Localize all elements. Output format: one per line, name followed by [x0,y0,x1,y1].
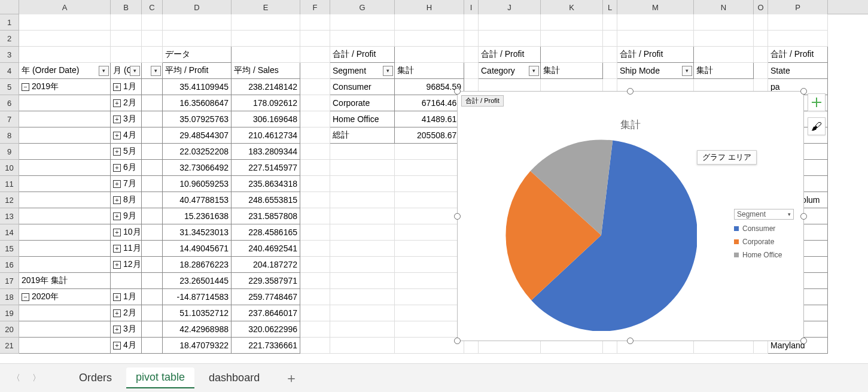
cell[interactable]: +11月 [111,241,142,257]
cell[interactable] [300,95,330,111]
chart-styles-button[interactable]: 🖌 [808,117,826,135]
cell[interactable] [541,47,603,63]
col-header[interactable]: O [754,0,768,14]
cell[interactable] [19,176,111,192]
cell[interactable]: Corporate [330,95,395,111]
cell[interactable] [395,289,464,305]
expand-collapse-icon[interactable]: − [22,293,29,301]
cell[interactable] [694,31,754,47]
cell[interactable] [300,321,330,338]
col-header[interactable]: B [111,0,142,14]
cell[interactable]: +6月 [111,160,142,176]
cell[interactable] [300,31,330,47]
cell[interactable] [395,257,464,273]
row-header[interactable]: 13 [0,208,19,224]
cell[interactable]: State [768,63,828,79]
cell[interactable] [142,47,163,63]
cell[interactable] [111,273,142,289]
cell[interactable] [142,241,163,257]
cell[interactable] [330,289,395,305]
row-header[interactable]: 5 [0,79,19,95]
cell[interactable]: Segment [330,63,395,79]
cell[interactable] [300,338,330,354]
expand-collapse-icon[interactable]: + [113,132,121,139]
cell[interactable] [142,14,163,31]
cell[interactable] [232,31,300,47]
legend-field-dropdown[interactable]: Segment▾ [734,209,794,220]
row-header[interactable]: 11 [0,176,19,192]
expand-collapse-icon[interactable]: − [22,83,29,91]
row-header[interactable]: 19 [0,305,19,321]
cell[interactable]: 16.35608647 [163,95,232,111]
cell[interactable]: +1月 [111,289,142,305]
cell[interactable] [300,241,330,257]
dropdown-icon[interactable] [151,66,161,76]
cell[interactable] [330,257,395,273]
prev-sheet-button[interactable]: 〈 [12,373,20,384]
cell[interactable]: 平均 / Sales [232,63,300,79]
expand-collapse-icon[interactable]: + [113,148,121,156]
expand-collapse-icon[interactable]: + [113,116,121,123]
row-header[interactable]: 1 [0,14,19,31]
row-header[interactable]: 15 [0,241,19,257]
cell[interactable] [142,176,163,192]
cell[interactable] [330,208,395,224]
cell[interactable]: 10.96059253 [163,176,232,192]
col-header[interactable]: H [395,0,464,14]
cell[interactable] [395,208,464,224]
cell[interactable] [19,241,111,257]
cell[interactable] [19,31,111,47]
cell[interactable] [163,31,232,47]
cell[interactable] [142,160,163,176]
cell[interactable]: 18.28676223 [163,257,232,273]
cell[interactable] [142,289,163,305]
dropdown-icon[interactable] [682,66,692,76]
cell[interactable] [300,208,330,224]
cell[interactable]: 183.2809344 [232,144,300,160]
cell[interactable]: 235.8634318 [232,176,300,192]
row-header[interactable]: 9 [0,144,19,160]
cell[interactable]: +8月 [111,192,142,208]
cell[interactable] [395,273,464,289]
col-header[interactable]: P [768,0,828,14]
cell[interactable] [111,31,142,47]
cell[interactable] [395,192,464,208]
expand-collapse-icon[interactable]: + [113,293,121,301]
cell[interactable] [300,289,330,305]
col-header[interactable]: G [330,0,395,14]
expand-collapse-icon[interactable]: + [113,309,121,317]
cell[interactable] [300,47,330,63]
cell[interactable] [541,14,603,31]
cell[interactable]: 集計 [694,63,754,79]
cell[interactable]: 51.10352712 [163,305,232,321]
expand-collapse-icon[interactable]: + [113,229,121,236]
cell[interactable]: 14.49045671 [163,241,232,257]
dropdown-icon[interactable] [383,66,393,76]
row-header[interactable]: 10 [0,160,19,176]
cell[interactable] [19,127,111,144]
cell[interactable]: 67164.465 [395,95,464,111]
row-header[interactable]: 21 [0,338,19,354]
cell[interactable] [111,14,142,31]
cell[interactable]: +3月 [111,321,142,338]
cell[interactable]: 237.8646017 [232,305,300,321]
cell[interactable]: 合計 / Profit [617,47,694,63]
cell[interactable] [617,31,694,47]
row-header[interactable]: 17 [0,273,19,289]
cell[interactable] [541,31,603,47]
cell[interactable]: Ship Mode [617,63,694,79]
cell[interactable] [19,160,111,176]
cell[interactable]: 40.47788153 [163,192,232,208]
cell[interactable]: 228.4586165 [232,224,300,241]
sheet-tab-orders[interactable]: Orders [69,368,121,388]
add-sheet-button[interactable]: ＋ [274,369,309,387]
cell[interactable]: +7月 [111,176,142,192]
sheet-tab-dashboard[interactable]: dashboard [199,368,269,388]
row-header[interactable]: 4 [0,63,19,79]
chart-field-badge[interactable]: 合計 / Profit [461,95,504,107]
cell[interactable] [464,63,479,79]
cell[interactable] [19,305,111,321]
cell[interactable] [395,241,464,257]
cell[interactable]: 231.5857808 [232,208,300,224]
cell[interactable]: 22.03252208 [163,144,232,160]
